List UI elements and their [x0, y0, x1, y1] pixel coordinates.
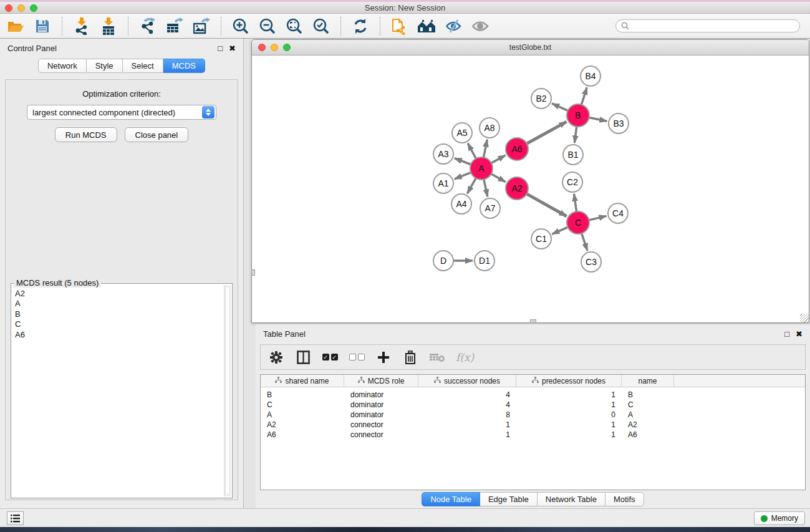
graph-node-D[interactable]: D — [433, 251, 453, 271]
table-row[interactable]: Cdominator41C — [261, 400, 805, 410]
graph-edge-A-A5[interactable] — [468, 143, 476, 159]
tab-mcds[interactable]: MCDS — [163, 59, 205, 73]
graph-edge-A2-C[interactable] — [526, 193, 567, 216]
result-item[interactable]: C — [15, 319, 221, 329]
zoom-out-icon[interactable] — [258, 17, 277, 36]
search-field[interactable] — [615, 19, 800, 32]
export-table-icon[interactable] — [165, 17, 184, 36]
column-header[interactable] — [674, 375, 805, 387]
show-hide-panels-icon[interactable] — [444, 17, 463, 36]
export-image-icon[interactable] — [192, 17, 211, 36]
tab-network[interactable]: Network — [38, 59, 87, 73]
graph-node-A5[interactable]: A5 — [452, 123, 472, 143]
graph-edge-A-A7[interactable] — [484, 179, 488, 197]
graph-node-C3[interactable]: C3 — [581, 252, 601, 272]
refresh-icon[interactable] — [351, 17, 370, 36]
open-file-icon[interactable] — [6, 17, 25, 36]
close-panel-button[interactable]: Close panel — [125, 127, 189, 142]
tab-select[interactable]: Select — [123, 59, 163, 73]
result-item[interactable]: A — [15, 299, 221, 309]
zoom-in-icon[interactable] — [231, 17, 250, 36]
graph-edge-A-A1[interactable] — [455, 172, 471, 179]
select-all-icon[interactable]: ✓✓ — [322, 349, 338, 365]
result-item[interactable]: A6 — [15, 330, 221, 340]
window-resize-corner[interactable] — [800, 314, 809, 322]
graph-node-A1[interactable]: A1 — [433, 173, 453, 193]
tab-network-table[interactable]: Network Table — [538, 492, 605, 506]
import-network-icon[interactable] — [72, 17, 91, 36]
tab-style[interactable]: Style — [87, 59, 123, 73]
graph-node-A2[interactable]: A2 — [506, 177, 528, 200]
graph-edge-B-B1[interactable] — [574, 126, 576, 143]
table-row[interactable]: A6connector11A6 — [261, 430, 805, 440]
graph-node-C2[interactable]: C2 — [562, 172, 582, 192]
criterion-select[interactable]: largest connected component (directed) — [27, 105, 216, 120]
graph-node-A8[interactable]: A8 — [480, 118, 499, 138]
float-panel-icon[interactable]: □ — [218, 44, 223, 53]
graph-node-B4[interactable]: B4 — [581, 66, 600, 86]
tab-edge-table[interactable]: Edge Table — [480, 492, 538, 506]
show-panels-button[interactable] — [7, 511, 24, 525]
graph-edge-C-C2[interactable] — [574, 194, 577, 212]
graph-edge-B-B2[interactable] — [552, 104, 568, 111]
delete-column-icon[interactable] — [402, 349, 418, 365]
graph-edge-C-C1[interactable] — [552, 227, 568, 234]
column-header[interactable]: name — [622, 375, 674, 387]
zoom-selected-icon[interactable] — [312, 17, 330, 36]
delete-table-icon[interactable] — [429, 349, 445, 365]
graph-node-A[interactable]: A — [470, 157, 493, 180]
graph-node-C4[interactable]: C4 — [608, 203, 628, 223]
memory-button[interactable]: Memory — [754, 511, 805, 525]
close-panel-icon[interactable]: ✖ — [229, 44, 236, 53]
result-item[interactable]: A2 — [15, 289, 221, 299]
import-table-icon[interactable] — [99, 17, 118, 36]
tab-motifs[interactable]: Motifs — [605, 492, 644, 506]
column-header[interactable]: predecessor nodes — [516, 375, 622, 387]
column-header[interactable]: MCDS role — [344, 375, 418, 387]
export-network-icon[interactable] — [138, 17, 157, 36]
browse-columns-icon[interactable] — [295, 349, 311, 365]
graph-node-B2[interactable]: B2 — [531, 89, 551, 109]
run-mcds-button[interactable]: Run MCDS — [55, 127, 117, 142]
zoom-fit-icon[interactable] — [285, 17, 304, 36]
graph-node-A4[interactable]: A4 — [451, 194, 471, 214]
result-scrollbar[interactable] — [224, 285, 231, 496]
graph-node-C1[interactable]: C1 — [531, 229, 551, 249]
graph-edge-A-A2[interactable] — [491, 173, 506, 181]
window-resize-handle[interactable] — [530, 319, 536, 323]
graph-node-C[interactable]: C — [567, 211, 589, 234]
search-input[interactable] — [632, 22, 794, 31]
graph-node-D1[interactable]: D1 — [475, 251, 494, 271]
graph-node-A7[interactable]: A7 — [480, 198, 500, 218]
graph-edge-B-B3[interactable] — [589, 117, 607, 121]
column-settings-icon[interactable] — [268, 349, 284, 365]
add-column-icon[interactable] — [375, 349, 392, 365]
network-window-titlebar[interactable]: testGlobe.txt — [252, 40, 809, 56]
graph-edge-A-A3[interactable] — [455, 158, 471, 165]
deselect-all-icon[interactable] — [349, 349, 365, 365]
graph-edge-B-B4[interactable] — [581, 87, 587, 105]
new-network-from-file-icon[interactable] — [390, 17, 409, 36]
graph-node-A6[interactable]: A6 — [506, 138, 528, 160]
function-builder-icon[interactable]: f(x) — [456, 351, 474, 364]
graph-edge-A-A4[interactable] — [467, 178, 476, 194]
column-header[interactable]: shared name — [261, 375, 344, 387]
graph-edge-A-A8[interactable] — [483, 140, 487, 158]
network-canvas[interactable]: B4B2BB3B1A5A8A6A3AA1C2A4A7A2C4CC1C3DD1 — [252, 56, 809, 322]
toggle-view-icon[interactable] — [471, 17, 489, 36]
table-row[interactable]: A2connector11A2 — [261, 420, 805, 430]
graph-node-B3[interactable]: B3 — [609, 114, 629, 133]
graph-node-A3[interactable]: A3 — [433, 144, 453, 164]
graph-edge-A6-B[interactable] — [526, 122, 567, 144]
first-neighbors-icon[interactable] — [417, 17, 436, 36]
graph-node-B[interactable]: B — [567, 104, 589, 127]
column-header[interactable]: successor nodes — [418, 375, 516, 387]
save-session-icon[interactable] — [33, 17, 52, 36]
result-item[interactable]: B — [15, 309, 221, 319]
graph-edge-A-A6[interactable] — [491, 155, 506, 163]
graph-edge-C-C3[interactable] — [581, 233, 587, 251]
table-row[interactable]: Adominator80A — [261, 410, 805, 420]
float-table-panel-icon[interactable]: □ — [784, 329, 789, 339]
graph-edge-C-C4[interactable] — [589, 216, 607, 220]
window-resize-handle[interactable] — [251, 269, 255, 276]
